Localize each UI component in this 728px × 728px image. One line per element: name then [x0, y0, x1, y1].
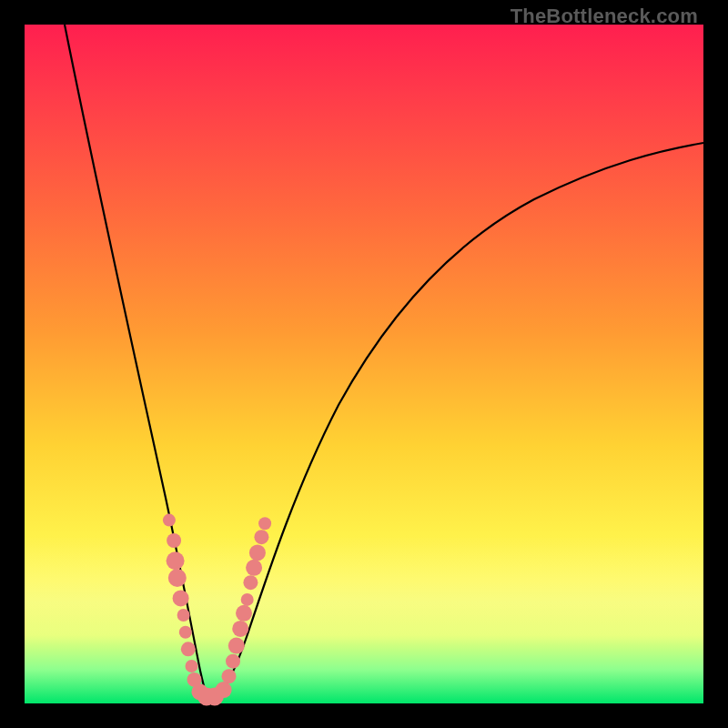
bead-marker [226, 654, 240, 669]
curve-layer [25, 25, 703, 703]
bead-marker [241, 593, 254, 606]
bead-marker [168, 569, 187, 587]
bead-marker [179, 626, 192, 639]
bead-marker [222, 669, 237, 683]
bead-marker [186, 660, 198, 672]
bead-marker [177, 609, 190, 622]
bead-marker [258, 517, 271, 530]
bead-marker [254, 530, 268, 544]
bead-marker [249, 544, 266, 561]
bead-marker [167, 551, 185, 570]
bead-marker [216, 682, 232, 698]
bead-marker [236, 605, 252, 622]
bead-marker [243, 575, 258, 590]
bead-marker [173, 590, 189, 606]
bead-marker [181, 642, 196, 656]
bead-marker [246, 560, 262, 576]
bead-marker [228, 638, 245, 654]
bead-marker [163, 514, 176, 527]
bead-marker [167, 533, 181, 548]
bead-marker [232, 621, 248, 637]
chart-frame: TheBottleneck.com [0, 0, 728, 728]
curve-right-branch [209, 143, 703, 702]
